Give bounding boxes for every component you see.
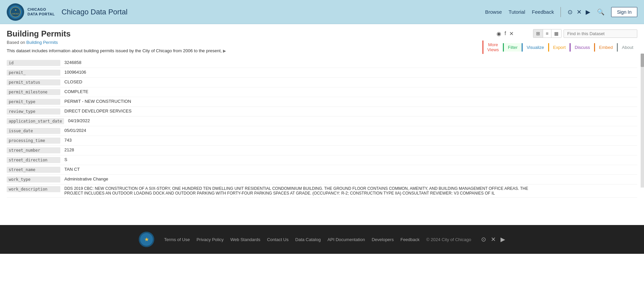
field-value: DIRECT DEVELOPER SERVICES xyxy=(64,108,131,114)
field-value: DDS 2019 CBC: NEW CONSTRUCTION OF A SIX-… xyxy=(64,186,534,196)
footer-copyright: © 2024 City of Chicago xyxy=(426,237,471,242)
header: ★ CHICAGO CHICAGO DATA PORTAL Chicago Da… xyxy=(0,0,644,24)
tab-about[interactable]: About xyxy=(617,43,637,52)
search-dataset-input[interactable] xyxy=(564,29,637,38)
table-row: permit_milestoneCOMPLETE xyxy=(7,87,637,97)
field-value: TAN CT xyxy=(64,167,80,172)
field-value: S xyxy=(64,157,67,162)
scrollbar-thumb[interactable] xyxy=(641,54,644,67)
field-key: permit_status xyxy=(7,79,60,85)
view-grid-btn[interactable]: ⊞ xyxy=(533,29,543,38)
field-key: work_description xyxy=(7,186,60,192)
tab-visualize[interactable]: Visualize xyxy=(522,43,548,52)
footer-privacy[interactable]: Privacy Policy xyxy=(196,237,224,242)
field-key: work_type xyxy=(7,176,60,182)
footer-web-standards[interactable]: Web Standards xyxy=(230,237,260,242)
site-title: Chicago Data Portal xyxy=(61,8,127,16)
facebook-icon[interactable]: f xyxy=(505,30,506,36)
footer: ★ Terms of Use Privacy Policy Web Standa… xyxy=(0,225,644,254)
scrollbar[interactable] xyxy=(641,54,644,188)
field-key: application_start_date xyxy=(7,118,64,124)
dataset-description: This dataset includes information about … xyxy=(7,48,258,53)
field-key: street_number xyxy=(7,147,60,153)
logo-text: CHICAGO DATA PORTAL xyxy=(27,7,55,16)
github-icon[interactable]: ⊙ xyxy=(568,8,573,16)
footer-links: Terms of Use Privacy Policy Web Standard… xyxy=(164,237,471,242)
description-more-arrow[interactable]: ▶ xyxy=(223,49,226,53)
toolbar-row: ◉ f ✕ ⊞ ≡ ▦ xyxy=(496,29,637,38)
footer-contact[interactable]: Contact Us xyxy=(267,237,288,242)
youtube-icon[interactable]: ▶ xyxy=(586,8,590,16)
field-key: processing_time xyxy=(7,138,60,144)
svg-text:CHICAGO: CHICAGO xyxy=(12,13,19,15)
field-value: COMPLETE xyxy=(64,89,89,94)
footer-logo: ★ xyxy=(139,232,154,247)
nav-divider xyxy=(561,7,561,17)
field-key: permit_milestone xyxy=(7,89,60,95)
nav-browse[interactable]: Browse xyxy=(485,9,502,15)
view-card-btn[interactable]: ▦ xyxy=(551,29,561,38)
nav-tutorial[interactable]: Tutorial xyxy=(509,9,525,15)
field-key: review_type xyxy=(7,108,60,115)
field-key: street_name xyxy=(7,167,60,173)
header-nav: Browse Tutorial Feedback ⊙ ✕ ▶ 🔍 Sign In xyxy=(485,7,637,17)
field-value: 04/19/2022 xyxy=(68,118,90,123)
fields-container: id3246858permit_100964106permit_statusCL… xyxy=(7,58,637,198)
field-value: 2128 xyxy=(64,147,74,152)
signin-button[interactable]: Sign In xyxy=(611,7,637,17)
rss-icon[interactable]: ◉ xyxy=(496,30,501,37)
tab-more-views[interactable]: More Views xyxy=(482,41,503,54)
field-key: issue_date xyxy=(7,128,60,134)
field-key: permit_ xyxy=(7,70,60,76)
field-key: id xyxy=(7,60,60,66)
tabs-row: More Views Filter Visualize Export Discu… xyxy=(496,41,637,54)
dataset-title: Building Permits xyxy=(7,29,490,39)
footer-twitter-x-icon[interactable]: ✕ xyxy=(491,236,496,243)
footer-data-catalog[interactable]: Data Catalog xyxy=(295,237,321,242)
dataset-based-on: Based on Building Permits xyxy=(7,40,490,45)
footer-feedback[interactable]: Feedback xyxy=(400,237,419,242)
nav-feedback[interactable]: Feedback xyxy=(532,9,554,15)
field-value: 743 xyxy=(64,138,72,143)
social-icons: ⊙ ✕ ▶ xyxy=(568,8,590,16)
table-row: permit_100964106 xyxy=(7,68,637,78)
table-row: application_start_date04/19/2022 xyxy=(7,117,637,126)
table-row: permit_typePERMIT - NEW CONSTRUCTION xyxy=(7,97,637,107)
tab-filter[interactable]: Filter xyxy=(503,43,522,52)
table-row: street_directionS xyxy=(7,155,637,165)
svg-text:★: ★ xyxy=(144,237,149,242)
field-value: Administrative Change xyxy=(64,176,108,181)
dataset-social-icons: ◉ f ✕ xyxy=(496,30,514,37)
table-row: processing_time743 xyxy=(7,136,637,146)
table-row: street_nameTAN CT xyxy=(7,165,637,175)
table-row: permit_statusCLOSED xyxy=(7,78,637,87)
footer-api-docs[interactable]: API Documentation xyxy=(328,237,365,242)
table-row: work_descriptionDDS 2019 CBC: NEW CONSTR… xyxy=(7,184,637,198)
footer-social-icons: ⊙ ✕ ▶ xyxy=(481,236,505,243)
field-value: 3246858 xyxy=(64,60,81,65)
footer-youtube-icon[interactable]: ▶ xyxy=(501,236,505,243)
search-icon[interactable]: 🔍 xyxy=(597,8,604,16)
tab-discuss[interactable]: Discuss xyxy=(570,43,594,52)
view-toggle: ⊞ ≡ ▦ xyxy=(533,29,562,38)
table-row: review_typeDIRECT DEVELOPER SERVICES xyxy=(7,107,637,117)
footer-main: ★ Terms of Use Privacy Policy Web Standa… xyxy=(139,232,506,247)
field-key: permit_type xyxy=(7,99,60,105)
table-row: issue_date05/01/2024 xyxy=(7,126,637,136)
table-row: id3246858 xyxy=(7,58,637,68)
footer-github-icon[interactable]: ⊙ xyxy=(481,236,486,243)
based-on-link[interactable]: Building Permits xyxy=(26,40,58,45)
footer-developers[interactable]: Developers xyxy=(372,237,394,242)
field-key: street_direction xyxy=(7,157,60,163)
twitter-x-icon[interactable]: ✕ xyxy=(577,8,582,16)
logo-circle: ★ CHICAGO xyxy=(7,3,24,21)
twitter-icon[interactable]: ✕ xyxy=(509,30,514,37)
header-logo[interactable]: ★ CHICAGO CHICAGO DATA PORTAL xyxy=(7,3,55,21)
view-table-btn[interactable]: ≡ xyxy=(543,29,551,38)
table-row: street_number2128 xyxy=(7,146,637,155)
field-value: 05/01/2024 xyxy=(64,128,86,133)
main-content: Building Permits Based on Building Permi… xyxy=(0,24,644,225)
footer-terms[interactable]: Terms of Use xyxy=(164,237,190,242)
tab-export[interactable]: Export xyxy=(548,43,570,52)
tab-embed[interactable]: Embed xyxy=(594,43,617,52)
